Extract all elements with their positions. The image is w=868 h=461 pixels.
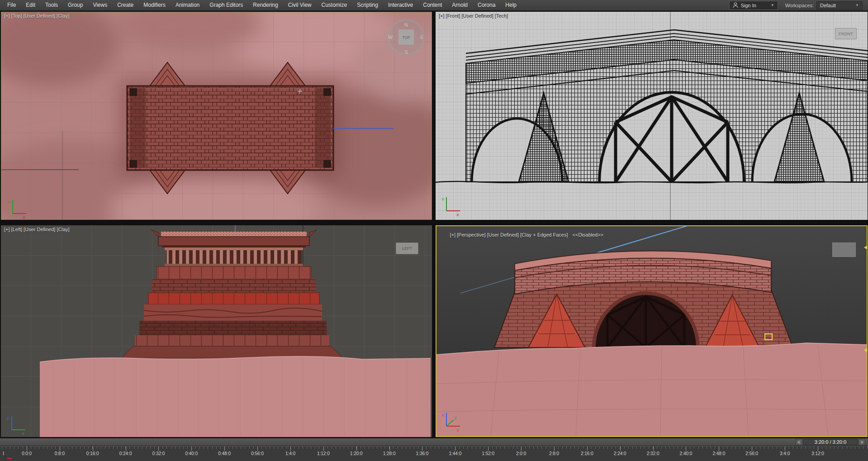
menu-item-group[interactable]: Group: [63, 0, 88, 10]
left-view-scene: Z Y: [1, 225, 432, 437]
timeline-tick: 1:52:0: [482, 451, 494, 456]
menubar-right: Sign In ▼ Workspaces: Default ▼: [729, 1, 868, 10]
compass-w[interactable]: W: [388, 34, 393, 40]
svg-text:Z: Z: [7, 416, 9, 421]
menu-item-corona[interactable]: Corona: [473, 0, 500, 10]
menu-item-rendering[interactable]: Rendering: [248, 0, 283, 10]
sign-in-label: Sign In: [741, 3, 756, 8]
menu-item-graph-editors[interactable]: Graph Editors: [204, 0, 248, 10]
timeline-tick: 2:16:0: [581, 451, 593, 456]
menu-item-modifiers[interactable]: Modifiers: [138, 0, 171, 10]
time-slider-handle[interactable]: < 3:20:0 / 3:20:0 >: [796, 439, 865, 445]
sign-in-button[interactable]: Sign In ▼: [729, 1, 778, 10]
timeline-tick: 2:48:0: [712, 451, 725, 456]
timeline-tick: 3:12:0: [811, 451, 824, 456]
user-icon: [733, 2, 738, 8]
svg-text:y: y: [455, 415, 457, 420]
menu-item-views[interactable]: Views: [88, 0, 112, 10]
workspaces-label: Workspaces:: [785, 3, 814, 8]
timeline-tick: 2:56:0: [745, 451, 758, 456]
viewport-perspective-label[interactable]: [+] [Perspective] [User Defined] [Clay +…: [439, 227, 603, 243]
menu-item-content[interactable]: Content: [418, 0, 447, 10]
viewcube-front[interactable]: FRONT: [835, 28, 857, 39]
menu-item-interactive[interactable]: Interactive: [383, 0, 418, 10]
timeline-tick: 2:32:0: [647, 451, 659, 456]
timeline-tick: 0:40:0: [185, 451, 198, 456]
svg-text:Y: Y: [8, 200, 10, 204]
dropdown-arrow-icon: ▼: [771, 3, 774, 7]
svg-text:X: X: [456, 213, 459, 217]
workspaces-select[interactable]: Default ▼: [816, 1, 863, 10]
workspaces-group: Workspaces: Default ▼: [785, 1, 863, 10]
viewport-top[interactable]: [+] [Top] [User Defined] [Clay]: [1, 12, 432, 220]
prev-frame-button[interactable]: <: [796, 439, 802, 445]
current-time-display[interactable]: 3:20:0 / 3:20:0: [803, 439, 858, 445]
workspaces-value: Default: [820, 2, 836, 9]
svg-text:X: X: [23, 215, 25, 220]
compass-s[interactable]: S: [404, 49, 408, 55]
menu-item-tools[interactable]: Tools: [40, 0, 63, 10]
viewport-left-label[interactable]: [+] [Left] [User Defined] [Clay]: [4, 227, 70, 232]
timeline-tick: 0:16:0: [86, 451, 99, 456]
timeline-tick: 0:8:0: [55, 451, 65, 456]
viewport-perspective[interactable]: [+] [Perspective] [User Defined] [Clay +…: [436, 225, 868, 437]
viewport-front-label[interactable]: [+] [Front] [User Defined] [Tech]: [439, 13, 508, 19]
timeline-tick: 2:8:0: [549, 451, 559, 456]
timeline-tick: 3:4:0: [780, 451, 790, 456]
menu-item-file[interactable]: File: [2, 0, 21, 10]
compass-n[interactable]: N: [404, 22, 408, 28]
timeline-tick: 0:0:0: [22, 451, 32, 456]
viewcube-top-face[interactable]: TOP: [402, 35, 410, 40]
time-slider[interactable]: < 3:20:0 / 3:20:0 >: [0, 438, 868, 446]
timeline-tick: 1:44:0: [449, 451, 461, 456]
timeline: < 3:20:0 / 3:20:0 > I 0:0:00:8:00:16:00:…: [0, 438, 868, 461]
svg-text:z: z: [442, 413, 444, 417]
timeline-tick: 0:48:0: [218, 451, 231, 456]
timeline-tick: 1:4:0: [285, 451, 295, 456]
viewport-front[interactable]: [+] [Front] [User Defined] [Tech] FRONT: [436, 12, 868, 220]
menu-item-scripting[interactable]: Scripting: [352, 0, 383, 10]
ground-plane[interactable]: [436, 343, 868, 437]
viewport-left[interactable]: [+] [Left] [User Defined] [Clay] LEFT: [1, 225, 432, 437]
menu-item-edit[interactable]: Edit: [21, 0, 40, 10]
timeline-tick: 0:56:0: [251, 451, 264, 456]
timeline-tick: 2:40:0: [680, 451, 693, 456]
timeline-tick: 2:0:0: [516, 451, 526, 456]
compass-e[interactable]: E: [420, 34, 423, 40]
timeline-tick: 1:12:0: [317, 451, 330, 456]
selection-range-marker: [7, 458, 12, 459]
svg-text:Y: Y: [441, 197, 444, 202]
menu-item-help[interactable]: Help: [500, 0, 522, 10]
viewcube-disabled[interactable]: [832, 242, 856, 257]
top-view-scene: TOP N S W E Y X: [1, 12, 432, 220]
svg-text:Y: Y: [22, 432, 24, 436]
timeline-tick: 2:24:0: [614, 451, 626, 456]
timeline-tick: 1:36:0: [416, 451, 429, 456]
timeline-tick: 0:32:0: [152, 451, 165, 456]
viewport-area: [+] [Top] [User Defined] [Clay]: [0, 11, 868, 438]
viewport-disabled-status: <<Disabled>>: [573, 232, 604, 238]
3dsmax-window: FileEditToolsGroupViewsCreateModifiersAn…: [0, 0, 868, 461]
timeline-tick: 0:24:0: [119, 451, 132, 456]
menu-items: FileEditToolsGroupViewsCreateModifiersAn…: [0, 0, 522, 10]
viewcube[interactable]: TOP N S W E: [388, 20, 424, 55]
next-frame-button[interactable]: >: [859, 439, 865, 445]
menu-item-create[interactable]: Create: [112, 0, 138, 10]
viewcube-left[interactable]: LEFT: [396, 242, 418, 254]
menu-item-customize[interactable]: Customize: [317, 0, 352, 10]
menu-item-animation[interactable]: Animation: [171, 0, 204, 10]
perspective-scene: z x y: [436, 225, 868, 437]
trackbar-toggle-icon[interactable]: I: [3, 451, 4, 456]
timeline-tick: 1:28:0: [383, 451, 396, 456]
ground-plane[interactable]: [40, 356, 431, 437]
menu-item-civil-view[interactable]: Civil View: [283, 0, 317, 10]
menu-bar: FileEditToolsGroupViewsCreateModifiersAn…: [0, 0, 868, 11]
viewport-edge-arrow-icon[interactable]: [864, 348, 868, 352]
viewport-top-label[interactable]: [+] [Top] [User Defined] [Clay]: [4, 13, 69, 19]
front-view-scene: Y X: [436, 12, 868, 220]
svg-text:x: x: [457, 428, 459, 432]
viewport-edge-arrow-icon[interactable]: [864, 245, 868, 250]
bridge-perspective[interactable]: [494, 251, 793, 347]
menu-item-arnold[interactable]: Arnold: [447, 0, 473, 10]
track-bar[interactable]: I 0:0:00:8:00:16:00:24:00:32:00:40:00:48…: [0, 446, 868, 461]
